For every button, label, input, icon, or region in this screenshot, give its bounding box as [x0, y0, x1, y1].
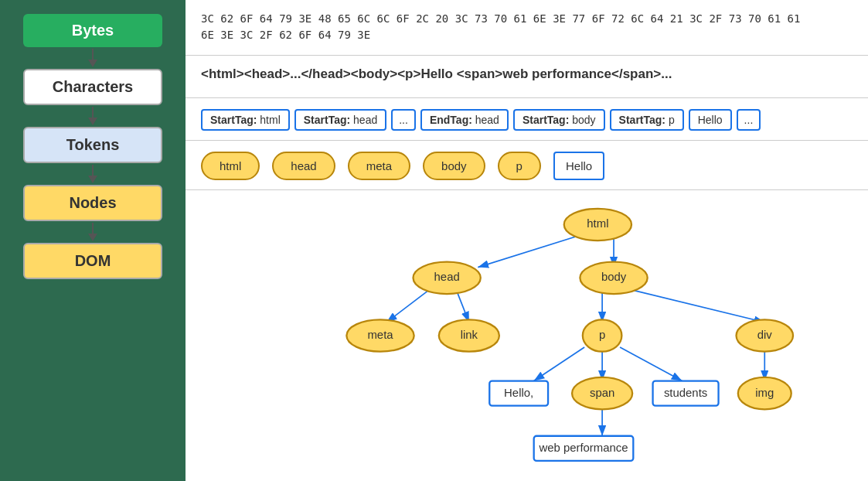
dom-label-head: head — [434, 270, 460, 283]
node-p: p — [498, 152, 541, 180]
token-starttag-head: StartTag: head — [294, 109, 386, 131]
dom-label-span: span — [590, 386, 614, 399]
bytes-section: 3C 62 6F 64 79 3E 48 65 6C 6C 6F 2C 20 3… — [186, 0, 868, 56]
tokens-box: Tokens — [23, 127, 162, 163]
token-starttag-p: StartTag: p — [610, 109, 684, 131]
dom-label-body: body — [601, 270, 627, 283]
token-ellipsis-2: ... — [737, 109, 761, 131]
bytes-box: Bytes — [23, 14, 162, 47]
dom-label-link: link — [461, 328, 478, 341]
pipeline: Bytes Characters Tokens Nodes DOM — [0, 0, 186, 481]
tokens-to-nodes-arrow — [88, 165, 97, 183]
nodes-section: html head meta body p Hello — [186, 141, 868, 190]
dom-section: html head body meta link p div — [186, 190, 868, 481]
nodes-box: Nodes — [23, 185, 162, 221]
edge-p-students — [620, 347, 682, 381]
tokens-label: Tokens — [66, 136, 120, 153]
tokens-section: StartTag: html StartTag: head ... EndTag… — [186, 98, 868, 141]
characters-box: Characters — [23, 69, 162, 105]
characters-text: <html><head>...</head><body><p>Hello <sp… — [201, 67, 853, 82]
dom-box: DOM — [23, 243, 162, 279]
edge-html-head — [478, 235, 580, 267]
node-html: html — [201, 152, 260, 180]
tokens-row: StartTag: html StartTag: head ... EndTag… — [201, 109, 853, 131]
nodes-row: html head meta body p Hello — [201, 152, 853, 180]
bytes-hex: 3C 62 6F 64 79 3E 48 65 6C 6C 6F 2C 20 3… — [201, 11, 853, 43]
nodes-label: Nodes — [69, 194, 116, 211]
token-starttag-body: StartTag: body — [513, 109, 605, 131]
dom-label-hello-comma: Hello, — [504, 386, 533, 399]
dom-label-p: p — [599, 328, 605, 341]
dom-label-html: html — [587, 217, 608, 230]
edge-p-hello — [534, 347, 584, 381]
bytes-label: Bytes — [72, 22, 114, 39]
token-starttag-html: StartTag: html — [201, 109, 290, 131]
dom-label: DOM — [75, 252, 111, 269]
token-ellipsis-1: ... — [391, 109, 416, 131]
node-hello: Hello — [553, 152, 604, 180]
dom-label-img: img — [755, 386, 774, 399]
dom-tree-svg: html head body meta link p div — [201, 198, 853, 473]
node-head: head — [272, 152, 335, 180]
characters-label: Characters — [53, 78, 134, 95]
main-container: Bytes Characters Tokens Nodes DOM — [0, 0, 868, 481]
content-area: 3C 62 6F 64 79 3E 48 65 6C 6C 6F 2C 20 3… — [186, 0, 868, 481]
token-text-hello: Hello — [689, 109, 732, 131]
nodes-to-dom-arrow — [88, 223, 97, 241]
dom-label-meta: meta — [367, 328, 393, 341]
token-endtag-head: EndTag: head — [420, 109, 509, 131]
dom-label-div: div — [757, 328, 773, 341]
edge-body-div — [626, 288, 764, 322]
edge-head-meta — [386, 288, 431, 322]
chars-to-tokens-arrow — [88, 107, 97, 125]
characters-section: <html><head>...</head><body><p>Hello <sp… — [186, 56, 868, 98]
node-body: body — [423, 152, 485, 180]
dom-label-web-performance: web performance — [538, 441, 628, 454]
bytes-to-chars-arrow — [88, 49, 97, 67]
dom-label-students: students — [664, 386, 707, 399]
node-meta: meta — [348, 152, 410, 180]
